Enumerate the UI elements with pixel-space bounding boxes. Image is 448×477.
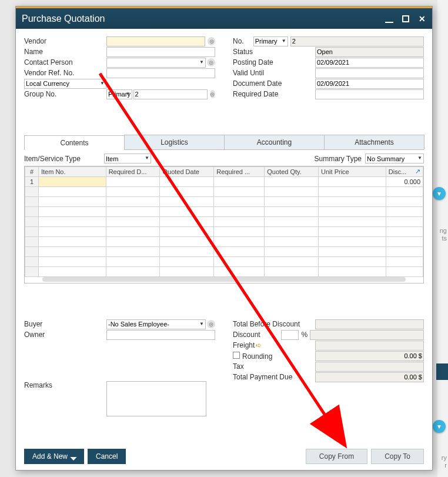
required-label: Required Date — [233, 90, 315, 98]
name-label: Name — [24, 48, 106, 56]
rounding-label: Rounding — [233, 352, 315, 361]
name-input[interactable] — [106, 47, 215, 57]
bg-text-1: ng — [440, 227, 447, 235]
remarks-label: Remarks — [24, 381, 106, 389]
groupno-primary-select[interactable] — [106, 89, 132, 99]
table-row[interactable] — [25, 237, 423, 247]
summary-select[interactable] — [365, 154, 424, 164]
buyer-info-icon[interactable]: ⊜ — [207, 320, 215, 328]
due-label: Total Payment Due — [233, 373, 315, 381]
table-header-row: # Item No. Required D... Quoted Date Req… — [25, 167, 423, 177]
bg-text-2: ts — [442, 235, 447, 242]
itemtype-select[interactable] — [104, 154, 151, 164]
docdate-input[interactable] — [315, 79, 424, 89]
discount-percent-input[interactable] — [281, 330, 299, 340]
no-value — [290, 36, 424, 46]
tab-logistics[interactable]: Logistics — [124, 135, 225, 149]
th-unitprice[interactable]: Unit Price — [319, 167, 386, 177]
maximize-button[interactable] — [402, 15, 410, 23]
table-row[interactable] — [25, 197, 423, 207]
cell-disc[interactable]: 0.000 — [386, 177, 423, 187]
contact-label: Contact Person — [24, 58, 106, 66]
before-value — [315, 319, 424, 329]
table-popout-icon[interactable]: ↗ — [415, 168, 422, 175]
minimize-button[interactable] — [385, 15, 393, 23]
summary-label: Summary Type — [315, 155, 362, 163]
table-row[interactable] — [25, 227, 423, 237]
status-label: Status — [233, 48, 315, 56]
table-scrollbar[interactable] — [42, 277, 406, 282]
side-bubble-1[interactable]: ▾ — [433, 187, 446, 200]
tax-label: Tax — [233, 362, 315, 371]
add-new-button[interactable]: Add & New — [24, 449, 84, 464]
freight-label: Freight➪ — [233, 341, 315, 349]
contact-select[interactable] — [106, 58, 206, 68]
status-value — [315, 47, 424, 57]
th-num[interactable]: # — [25, 167, 39, 177]
vendor-input[interactable] — [106, 36, 205, 46]
buyer-label: Buyer — [24, 320, 106, 328]
tax-value — [315, 362, 424, 372]
vendorref-label: Vendor Ref. No. — [24, 69, 106, 77]
groupno-info-icon[interactable]: ⊜ — [210, 90, 215, 98]
contact-info-icon[interactable]: ⊜ — [207, 58, 215, 66]
cancel-button[interactable]: Cancel — [88, 449, 126, 464]
owner-input[interactable] — [106, 330, 215, 340]
valid-input[interactable] — [315, 68, 424, 78]
remarks-textarea[interactable] — [106, 381, 206, 416]
itemtype-label: Item/Service Type — [24, 155, 101, 163]
items-table-wrap: ↗ # Item No. Required D... Quoted Date R… — [24, 166, 424, 283]
close-button[interactable] — [418, 15, 426, 23]
no-primary-select[interactable] — [253, 36, 288, 46]
side-bubble-2[interactable]: ▾ — [433, 420, 446, 433]
vendor-lookup-icon[interactable]: ⊜ — [208, 37, 215, 45]
discount-value — [310, 330, 424, 340]
rounding-checkbox[interactable] — [233, 352, 240, 359]
th-itemno[interactable]: Item No. — [38, 167, 106, 177]
posting-input[interactable] — [315, 58, 424, 68]
table-row[interactable] — [25, 217, 423, 227]
cell-itemno[interactable] — [38, 177, 106, 187]
groupno-value-input[interactable] — [133, 89, 208, 99]
table-row[interactable] — [25, 247, 423, 257]
vendor-label: Vendor — [24, 37, 106, 45]
required-input[interactable] — [315, 89, 424, 99]
no-label: No. — [233, 37, 253, 45]
valid-label: Valid Until — [233, 69, 315, 77]
posting-label: Posting Date — [233, 58, 315, 66]
currency-select[interactable] — [24, 79, 106, 89]
window-title: Purchase Quotation — [22, 14, 105, 24]
th-reqdate[interactable]: Required D... — [106, 167, 160, 177]
freight-value — [315, 341, 424, 351]
tab-accounting[interactable]: Accounting — [224, 135, 325, 149]
due-value — [315, 372, 424, 382]
groupno-label: Group No. — [24, 90, 106, 98]
th-quotedqty[interactable]: Quoted Qty. — [265, 167, 319, 177]
items-table: # Item No. Required D... Quoted Date Req… — [25, 166, 423, 277]
docdate-label: Document Date — [233, 79, 315, 88]
table-row[interactable] — [25, 267, 423, 277]
tab-contents[interactable]: Contents — [24, 135, 125, 150]
th-quoteddate[interactable]: Quoted Date — [160, 167, 214, 177]
copy-to-button[interactable]: Copy To — [371, 449, 424, 464]
table-row[interactable] — [25, 257, 423, 267]
owner-label: Owner — [24, 331, 106, 339]
before-label: Total Before Discount — [233, 320, 315, 328]
table-row[interactable] — [25, 207, 423, 217]
tab-attachments[interactable]: Attachments — [324, 135, 424, 149]
purchase-quotation-window: Purchase Quotation Vendor ⊜ Name Contact… — [15, 6, 433, 471]
bg-text-4: r — [444, 462, 447, 469]
table-row[interactable] — [25, 187, 423, 197]
th-required[interactable]: Required ... — [214, 167, 265, 177]
rounding-value — [315, 351, 424, 361]
tabs: Contents Logistics Accounting Attachment… — [24, 135, 424, 150]
table-row[interactable]: 1 0.000 — [25, 177, 423, 187]
buyer-select[interactable] — [106, 319, 206, 329]
titlebar: Purchase Quotation — [16, 6, 432, 29]
copy-from-button[interactable]: Copy From — [306, 449, 367, 464]
percent-sign: % — [301, 331, 307, 339]
discount-label: Discount — [233, 331, 281, 339]
freight-link-icon[interactable]: ➪ — [256, 341, 262, 349]
vendorref-input[interactable] — [106, 68, 215, 78]
bg-text-3: ry — [442, 454, 447, 462]
